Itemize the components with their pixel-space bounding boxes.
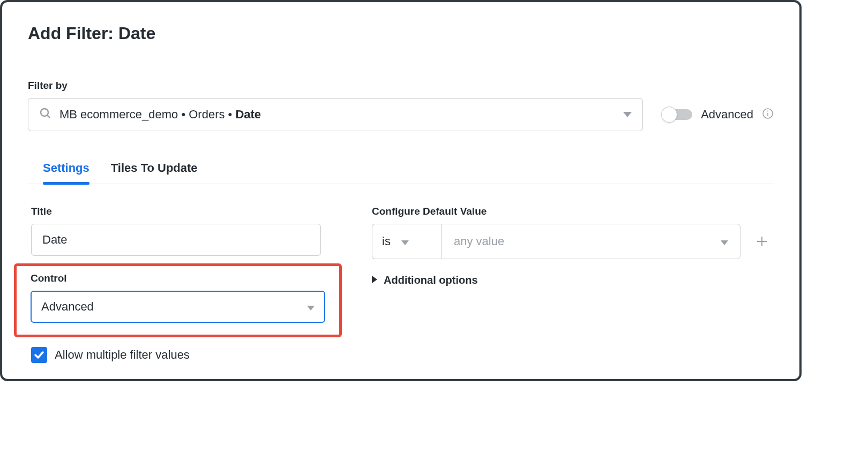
svg-marker-8 [721, 240, 728, 245]
allow-multiple-row: Allow multiple filter values [31, 347, 342, 363]
advanced-toggle[interactable] [662, 109, 692, 120]
svg-marker-11 [372, 276, 377, 283]
settings-right-column: Configure Default Value is any value [372, 206, 774, 363]
control-value: Advanced [41, 300, 94, 314]
settings-body: Title Control Advanced [28, 206, 774, 363]
allow-multiple-checkbox[interactable] [31, 347, 47, 363]
add-filter-dialog: Add Filter: Date Filter by MB ecommerce_… [0, 0, 802, 381]
condition-value: is [382, 234, 391, 248]
control-highlight: Control Advanced [14, 263, 342, 337]
tab-settings[interactable]: Settings [43, 161, 89, 184]
filter-by-row: MB ecommerce_demo • Orders • Date Advanc… [28, 98, 774, 131]
condition-select[interactable]: is [372, 224, 442, 259]
add-condition-button[interactable] [750, 230, 774, 253]
control-label: Control [31, 273, 325, 284]
search-icon [39, 107, 52, 122]
svg-line-1 [47, 115, 50, 118]
chevron-down-icon [721, 234, 728, 248]
svg-marker-2 [623, 112, 632, 117]
configure-default-label: Configure Default Value [372, 206, 774, 217]
filter-by-prefix: MB ecommerce_demo • Orders • [59, 108, 235, 121]
info-icon[interactable] [762, 108, 774, 122]
allow-multiple-label: Allow multiple filter values [55, 348, 190, 362]
value-select[interactable]: any value [442, 224, 740, 259]
filter-by-current: Date [235, 108, 261, 121]
chevron-down-icon [623, 110, 632, 119]
tab-tiles-to-update[interactable]: Tiles To Update [111, 161, 198, 184]
caret-right-icon [372, 276, 377, 285]
dialog-title: Add Filter: Date [28, 24, 774, 43]
settings-left-column: Title Control Advanced [28, 206, 342, 363]
additional-options-toggle[interactable]: Additional options [372, 274, 774, 286]
svg-point-0 [41, 109, 48, 116]
advanced-toggle-label: Advanced [701, 108, 753, 122]
svg-marker-7 [401, 240, 409, 245]
tabs: Settings Tiles To Update [28, 161, 774, 184]
chevron-down-icon [307, 300, 315, 314]
filter-by-label: Filter by [28, 80, 774, 92]
filter-by-path: MB ecommerce_demo • Orders • Date [59, 108, 623, 122]
config-row: is any value [372, 224, 774, 259]
title-input[interactable] [31, 224, 321, 256]
additional-options-label: Additional options [384, 274, 478, 286]
svg-marker-6 [307, 306, 315, 311]
title-label: Title [31, 206, 342, 217]
advanced-toggle-group: Advanced [662, 108, 774, 122]
svg-point-5 [767, 111, 768, 112]
value-placeholder: any value [454, 234, 504, 248]
toggle-knob [661, 107, 677, 123]
chevron-down-icon [401, 234, 409, 248]
filter-by-select[interactable]: MB ecommerce_demo • Orders • Date [28, 98, 643, 131]
control-select[interactable]: Advanced [31, 291, 325, 323]
